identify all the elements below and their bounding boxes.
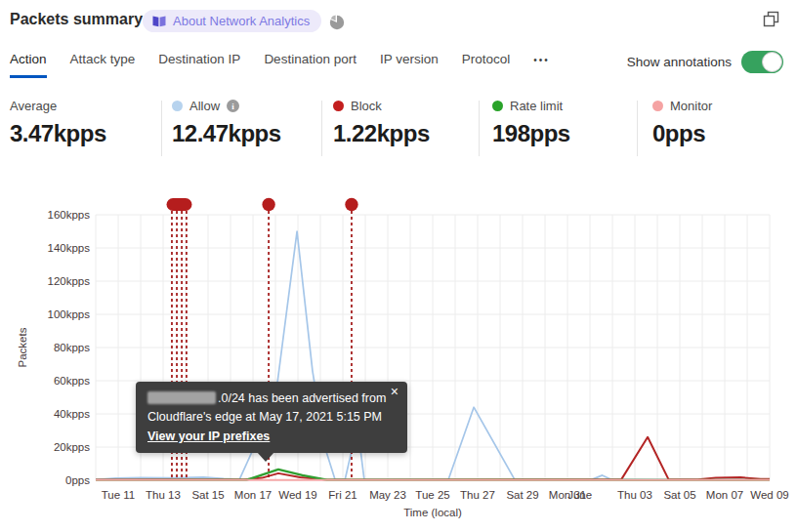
annotation-marker-dot[interactable] <box>262 198 274 211</box>
y-tick-label: 160kpps <box>48 209 91 221</box>
x-tick-label: Thu 27 <box>460 489 495 501</box>
y-tick-label: 80kpps <box>54 342 90 353</box>
x-tick-label: Sat 29 <box>506 489 538 501</box>
tooltip-caret <box>257 452 274 462</box>
x-tick-label: Mon 07 <box>706 489 743 501</box>
x-tick-label: Wed 19 <box>278 489 316 501</box>
view-ip-prefixes-link[interactable]: View your IP prefixes <box>147 430 270 443</box>
tooltip-line2: Cloudflare's edge at May 17, 2021 5:15 P… <box>147 408 396 427</box>
annotation-marker-dot[interactable] <box>345 198 357 211</box>
x-tick-label: Wed 09 <box>750 489 788 501</box>
x-axis-title: Time (local) <box>403 507 462 518</box>
x-tick-label: June <box>567 489 592 501</box>
y-tick-label: 140kpps <box>48 242 91 254</box>
x-tick-label: Sat 15 <box>191 489 224 501</box>
x-tick-label: Thu 13 <box>146 489 181 501</box>
y-tick-label: 120kpps <box>48 275 91 287</box>
y-tick-label: 100kpps <box>48 308 91 320</box>
x-tick-label: May 23 <box>369 489 406 501</box>
x-tick-label: Mon 17 <box>234 489 272 501</box>
axis-labels: 0pps20kpps40kpps60kpps80kpps100kpps120kp… <box>17 209 789 518</box>
x-tick-label: Sat 05 <box>663 489 695 501</box>
redacted-ip-prefix <box>147 391 216 404</box>
x-tick-label: Tue 11 <box>102 489 136 501</box>
annotation-tooltip: × .0/24 has been advertised from Cloudfl… <box>136 382 407 453</box>
y-tick-label: 40kpps <box>54 408 90 420</box>
y-axis-title: Packets <box>17 327 28 367</box>
y-tick-label: 60kpps <box>54 375 90 387</box>
x-tick-label: Fri 21 <box>328 489 357 501</box>
tooltip-line1: .0/24 has been advertised from <box>147 389 396 408</box>
network-analytics-panel: Packets summary About Network Analytics … <box>0 0 797 532</box>
close-icon[interactable]: × <box>391 385 398 398</box>
y-tick-label: 20kpps <box>54 441 90 453</box>
y-tick-label: 0pps <box>65 474 90 486</box>
annotation-marker-pill[interactable] <box>167 198 192 211</box>
x-tick-label: Thu 03 <box>617 489 652 501</box>
x-tick-label: Tue 25 <box>415 489 449 501</box>
